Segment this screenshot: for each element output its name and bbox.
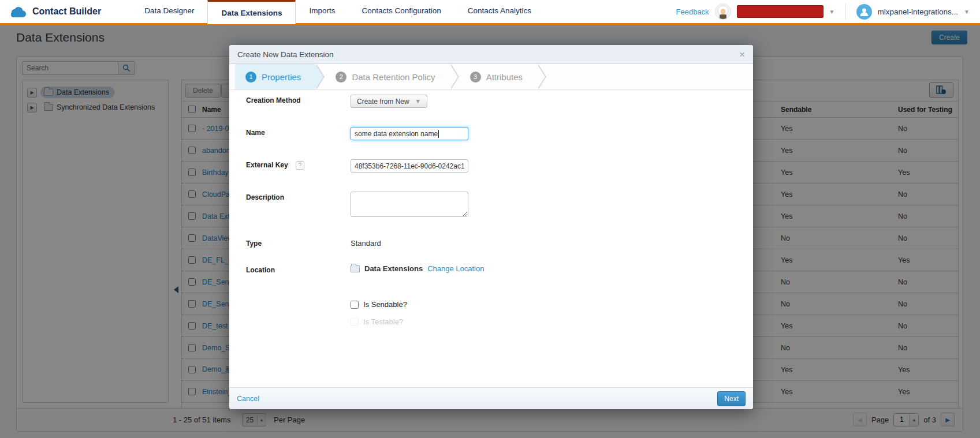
top-nav: Contact Builder Data Designer Data Exten… xyxy=(0,0,980,25)
tab-data-extensions[interactable]: Data Extensions xyxy=(207,0,296,24)
text-caret xyxy=(438,130,439,138)
nav-divider xyxy=(845,3,846,20)
next-button[interactable]: Next xyxy=(717,391,746,406)
step-number: 3 xyxy=(470,72,481,83)
step-number: 2 xyxy=(336,72,346,83)
is-testable-label: Is Testable? xyxy=(363,317,403,326)
step-label: Attributes xyxy=(486,72,523,82)
step-number: 1 xyxy=(245,72,256,83)
step-label: Properties xyxy=(262,72,301,82)
create-data-extension-modal: Create New Data Extension × 1 Properties… xyxy=(229,45,753,409)
name-label: Name xyxy=(246,129,265,137)
creation-method-dropdown[interactable]: Create from New ▼ xyxy=(351,95,427,108)
external-key-label: External Key xyxy=(246,161,288,169)
tab-imports[interactable]: Imports xyxy=(296,0,348,23)
redacted-account-block xyxy=(737,5,824,18)
step-label: Data Retention Policy xyxy=(352,72,435,82)
modal-header: Create New Data Extension × xyxy=(229,45,753,64)
einstein-avatar[interactable] xyxy=(715,3,731,20)
is-sendable-checkbox[interactable] xyxy=(351,301,359,309)
step-data-retention-policy[interactable]: 2 Data Retention Policy xyxy=(325,64,450,89)
chevron-down-icon: ▼ xyxy=(415,98,421,104)
location-value: Data Extensions xyxy=(364,264,423,273)
creation-method-label: Creation Method xyxy=(246,96,301,104)
creation-method-value: Create from New xyxy=(357,98,409,106)
step-attributes[interactable]: 3 Attributes xyxy=(460,64,538,89)
location-label: Location xyxy=(246,266,275,274)
feedback-link[interactable]: Feedback xyxy=(676,8,709,16)
chevron-down-icon[interactable]: ▼ xyxy=(829,9,835,15)
step-properties[interactable]: 1 Properties xyxy=(235,64,316,89)
modal-body: Creation Method Create from New ▼ Name s… xyxy=(229,90,753,387)
change-location-link[interactable]: Change Location xyxy=(427,264,484,273)
type-label: Type xyxy=(246,239,262,248)
nav-tabs: Data Designer Data Extensions Imports Co… xyxy=(131,0,545,24)
salesforce-cloud-icon xyxy=(8,5,28,18)
brand-title: Contact Builder xyxy=(32,6,101,17)
cancel-link[interactable]: Cancel xyxy=(237,395,259,403)
description-label: Description xyxy=(246,193,284,201)
is-sendable-label: Is Sendable? xyxy=(363,300,407,309)
description-textarea[interactable] xyxy=(351,192,468,217)
tab-contacts-analytics[interactable]: Contacts Analytics xyxy=(454,0,545,23)
external-key-input[interactable] xyxy=(351,159,468,173)
wizard-steps: 1 Properties 2 Data Retention Policy 3 A… xyxy=(229,64,753,90)
is-testable-checkbox xyxy=(351,318,359,326)
folder-icon xyxy=(351,265,360,272)
account-name[interactable]: mixpanel-integrations... xyxy=(878,8,959,16)
app-root: Contact Builder Data Designer Data Exten… xyxy=(0,0,980,438)
account-chevron-down-icon[interactable]: ▼ xyxy=(964,9,970,15)
help-icon[interactable]: ? xyxy=(296,161,304,170)
name-input[interactable]: some data extension name xyxy=(351,127,468,140)
tab-data-designer[interactable]: Data Designer xyxy=(131,0,207,23)
type-value: Standard xyxy=(351,239,381,248)
close-icon[interactable]: × xyxy=(739,50,745,59)
modal-title: Create New Data Extension xyxy=(237,50,334,59)
user-avatar-icon[interactable] xyxy=(856,4,872,20)
name-value: some data extension name xyxy=(355,130,438,138)
brand: Contact Builder xyxy=(8,5,101,18)
modal-footer: Cancel Next xyxy=(229,387,753,409)
tab-contacts-configuration[interactable]: Contacts Configuration xyxy=(348,0,454,23)
